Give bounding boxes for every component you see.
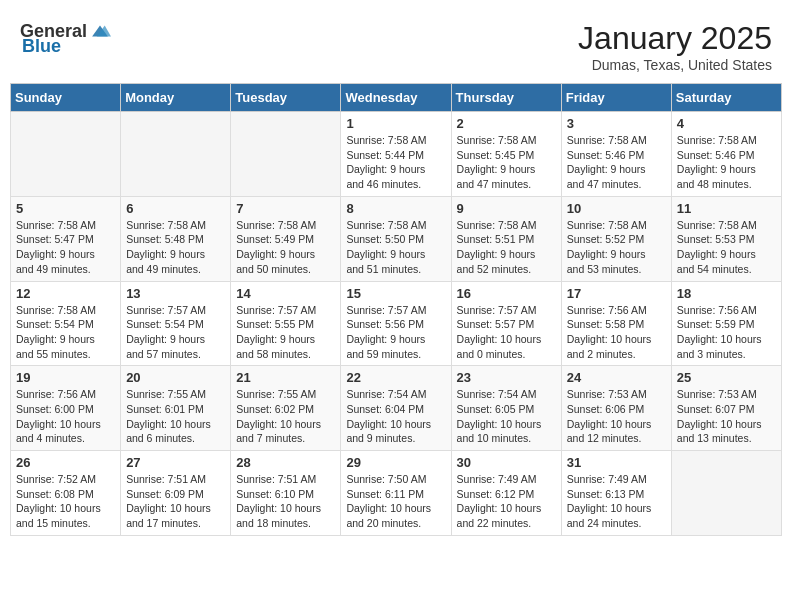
day-number: 23 xyxy=(457,370,556,385)
calendar-day-cell xyxy=(231,112,341,197)
day-number: 1 xyxy=(346,116,445,131)
day-number: 3 xyxy=(567,116,666,131)
day-info: Sunrise: 7:58 AM Sunset: 5:44 PM Dayligh… xyxy=(346,133,445,192)
day-info: Sunrise: 7:56 AM Sunset: 5:58 PM Dayligh… xyxy=(567,303,666,362)
day-number: 20 xyxy=(126,370,225,385)
day-number: 19 xyxy=(16,370,115,385)
calendar-day-cell: 13Sunrise: 7:57 AM Sunset: 5:54 PM Dayli… xyxy=(121,281,231,366)
day-number: 9 xyxy=(457,201,556,216)
day-info: Sunrise: 7:58 AM Sunset: 5:45 PM Dayligh… xyxy=(457,133,556,192)
calendar-day-cell: 18Sunrise: 7:56 AM Sunset: 5:59 PM Dayli… xyxy=(671,281,781,366)
weekday-header-thursday: Thursday xyxy=(451,84,561,112)
day-info: Sunrise: 7:58 AM Sunset: 5:51 PM Dayligh… xyxy=(457,218,556,277)
day-info: Sunrise: 7:49 AM Sunset: 6:13 PM Dayligh… xyxy=(567,472,666,531)
title-block: January 2025 Dumas, Texas, United States xyxy=(578,20,772,73)
month-title: January 2025 xyxy=(578,20,772,57)
weekday-header-saturday: Saturday xyxy=(671,84,781,112)
logo-icon xyxy=(89,20,111,42)
day-info: Sunrise: 7:52 AM Sunset: 6:08 PM Dayligh… xyxy=(16,472,115,531)
calendar-day-cell: 5Sunrise: 7:58 AM Sunset: 5:47 PM Daylig… xyxy=(11,196,121,281)
day-number: 8 xyxy=(346,201,445,216)
calendar-day-cell: 24Sunrise: 7:53 AM Sunset: 6:06 PM Dayli… xyxy=(561,366,671,451)
calendar-day-cell: 30Sunrise: 7:49 AM Sunset: 6:12 PM Dayli… xyxy=(451,451,561,536)
calendar-day-cell: 31Sunrise: 7:49 AM Sunset: 6:13 PM Dayli… xyxy=(561,451,671,536)
logo-blue: Blue xyxy=(22,36,61,57)
weekday-header-tuesday: Tuesday xyxy=(231,84,341,112)
day-info: Sunrise: 7:58 AM Sunset: 5:52 PM Dayligh… xyxy=(567,218,666,277)
day-number: 26 xyxy=(16,455,115,470)
calendar-day-cell xyxy=(11,112,121,197)
calendar-week-row: 26Sunrise: 7:52 AM Sunset: 6:08 PM Dayli… xyxy=(11,451,782,536)
calendar-day-cell: 10Sunrise: 7:58 AM Sunset: 5:52 PM Dayli… xyxy=(561,196,671,281)
day-info: Sunrise: 7:53 AM Sunset: 6:07 PM Dayligh… xyxy=(677,387,776,446)
day-number: 4 xyxy=(677,116,776,131)
day-info: Sunrise: 7:56 AM Sunset: 6:00 PM Dayligh… xyxy=(16,387,115,446)
day-number: 29 xyxy=(346,455,445,470)
day-number: 24 xyxy=(567,370,666,385)
calendar-day-cell: 28Sunrise: 7:51 AM Sunset: 6:10 PM Dayli… xyxy=(231,451,341,536)
calendar-day-cell: 11Sunrise: 7:58 AM Sunset: 5:53 PM Dayli… xyxy=(671,196,781,281)
day-info: Sunrise: 7:58 AM Sunset: 5:50 PM Dayligh… xyxy=(346,218,445,277)
logo: General Blue xyxy=(20,20,111,57)
day-info: Sunrise: 7:57 AM Sunset: 5:55 PM Dayligh… xyxy=(236,303,335,362)
calendar-day-cell: 14Sunrise: 7:57 AM Sunset: 5:55 PM Dayli… xyxy=(231,281,341,366)
weekday-header-friday: Friday xyxy=(561,84,671,112)
day-info: Sunrise: 7:58 AM Sunset: 5:49 PM Dayligh… xyxy=(236,218,335,277)
calendar-day-cell: 23Sunrise: 7:54 AM Sunset: 6:05 PM Dayli… xyxy=(451,366,561,451)
day-info: Sunrise: 7:55 AM Sunset: 6:02 PM Dayligh… xyxy=(236,387,335,446)
weekday-header-sunday: Sunday xyxy=(11,84,121,112)
day-info: Sunrise: 7:57 AM Sunset: 5:54 PM Dayligh… xyxy=(126,303,225,362)
calendar-day-cell xyxy=(671,451,781,536)
day-info: Sunrise: 7:58 AM Sunset: 5:53 PM Dayligh… xyxy=(677,218,776,277)
calendar-day-cell: 15Sunrise: 7:57 AM Sunset: 5:56 PM Dayli… xyxy=(341,281,451,366)
day-info: Sunrise: 7:58 AM Sunset: 5:46 PM Dayligh… xyxy=(567,133,666,192)
calendar-day-cell: 19Sunrise: 7:56 AM Sunset: 6:00 PM Dayli… xyxy=(11,366,121,451)
day-number: 7 xyxy=(236,201,335,216)
calendar-day-cell xyxy=(121,112,231,197)
calendar-table: SundayMondayTuesdayWednesdayThursdayFrid… xyxy=(10,83,782,536)
day-number: 18 xyxy=(677,286,776,301)
location: Dumas, Texas, United States xyxy=(578,57,772,73)
day-info: Sunrise: 7:50 AM Sunset: 6:11 PM Dayligh… xyxy=(346,472,445,531)
calendar-week-row: 12Sunrise: 7:58 AM Sunset: 5:54 PM Dayli… xyxy=(11,281,782,366)
day-info: Sunrise: 7:58 AM Sunset: 5:46 PM Dayligh… xyxy=(677,133,776,192)
day-info: Sunrise: 7:57 AM Sunset: 5:56 PM Dayligh… xyxy=(346,303,445,362)
calendar-day-cell: 26Sunrise: 7:52 AM Sunset: 6:08 PM Dayli… xyxy=(11,451,121,536)
day-number: 10 xyxy=(567,201,666,216)
day-info: Sunrise: 7:54 AM Sunset: 6:05 PM Dayligh… xyxy=(457,387,556,446)
weekday-header-row: SundayMondayTuesdayWednesdayThursdayFrid… xyxy=(11,84,782,112)
calendar-week-row: 5Sunrise: 7:58 AM Sunset: 5:47 PM Daylig… xyxy=(11,196,782,281)
day-info: Sunrise: 7:51 AM Sunset: 6:10 PM Dayligh… xyxy=(236,472,335,531)
day-number: 2 xyxy=(457,116,556,131)
calendar-day-cell: 12Sunrise: 7:58 AM Sunset: 5:54 PM Dayli… xyxy=(11,281,121,366)
day-number: 13 xyxy=(126,286,225,301)
calendar-day-cell: 27Sunrise: 7:51 AM Sunset: 6:09 PM Dayli… xyxy=(121,451,231,536)
calendar-day-cell: 17Sunrise: 7:56 AM Sunset: 5:58 PM Dayli… xyxy=(561,281,671,366)
day-number: 28 xyxy=(236,455,335,470)
day-number: 27 xyxy=(126,455,225,470)
weekday-header-monday: Monday xyxy=(121,84,231,112)
calendar-day-cell: 3Sunrise: 7:58 AM Sunset: 5:46 PM Daylig… xyxy=(561,112,671,197)
calendar-day-cell: 7Sunrise: 7:58 AM Sunset: 5:49 PM Daylig… xyxy=(231,196,341,281)
day-number: 12 xyxy=(16,286,115,301)
calendar-day-cell: 9Sunrise: 7:58 AM Sunset: 5:51 PM Daylig… xyxy=(451,196,561,281)
calendar-week-row: 19Sunrise: 7:56 AM Sunset: 6:00 PM Dayli… xyxy=(11,366,782,451)
day-info: Sunrise: 7:54 AM Sunset: 6:04 PM Dayligh… xyxy=(346,387,445,446)
day-number: 16 xyxy=(457,286,556,301)
calendar-week-row: 1Sunrise: 7:58 AM Sunset: 5:44 PM Daylig… xyxy=(11,112,782,197)
calendar-day-cell: 6Sunrise: 7:58 AM Sunset: 5:48 PM Daylig… xyxy=(121,196,231,281)
calendar-day-cell: 4Sunrise: 7:58 AM Sunset: 5:46 PM Daylig… xyxy=(671,112,781,197)
day-info: Sunrise: 7:56 AM Sunset: 5:59 PM Dayligh… xyxy=(677,303,776,362)
calendar-day-cell: 21Sunrise: 7:55 AM Sunset: 6:02 PM Dayli… xyxy=(231,366,341,451)
day-info: Sunrise: 7:55 AM Sunset: 6:01 PM Dayligh… xyxy=(126,387,225,446)
day-info: Sunrise: 7:58 AM Sunset: 5:47 PM Dayligh… xyxy=(16,218,115,277)
calendar-day-cell: 22Sunrise: 7:54 AM Sunset: 6:04 PM Dayli… xyxy=(341,366,451,451)
day-info: Sunrise: 7:58 AM Sunset: 5:54 PM Dayligh… xyxy=(16,303,115,362)
day-number: 11 xyxy=(677,201,776,216)
day-number: 14 xyxy=(236,286,335,301)
day-number: 31 xyxy=(567,455,666,470)
day-info: Sunrise: 7:49 AM Sunset: 6:12 PM Dayligh… xyxy=(457,472,556,531)
day-number: 15 xyxy=(346,286,445,301)
calendar-day-cell: 1Sunrise: 7:58 AM Sunset: 5:44 PM Daylig… xyxy=(341,112,451,197)
calendar-day-cell: 8Sunrise: 7:58 AM Sunset: 5:50 PM Daylig… xyxy=(341,196,451,281)
